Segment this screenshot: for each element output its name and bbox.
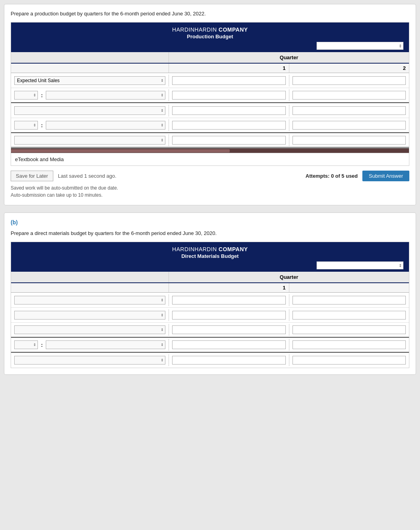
- expected-unit-sales-select[interactable]: Expected Unit Sales: [14, 76, 165, 85]
- dm-row2-select[interactable]: [14, 311, 165, 320]
- row4-colon: :: [41, 122, 43, 128]
- label-row5: [11, 134, 169, 146]
- dm-row5-input-1[interactable]: [172, 356, 286, 365]
- dm-num-row-spacer: [11, 283, 169, 292]
- dm-row4-wide-select[interactable]: [46, 340, 165, 349]
- quarter-num-1: 1: [169, 64, 289, 73]
- dm-row4-small-select-wrap[interactable]: [14, 340, 38, 349]
- dm-period-row: [13, 261, 407, 269]
- row2-input-1[interactable]: [172, 91, 286, 100]
- dm-row3-input-1[interactable]: [172, 325, 286, 334]
- row4-wide-select-wrap[interactable]: [46, 121, 165, 130]
- eus-input-2[interactable]: [292, 76, 406, 85]
- row4-val1: [169, 119, 289, 131]
- section-a-intro: Prepare a production budget by quarters …: [11, 11, 409, 17]
- dm-row1-select[interactable]: [14, 296, 165, 304]
- row5-input-1[interactable]: [172, 136, 286, 145]
- label-expected-unit-sales: Expected Unit Sales: [11, 75, 169, 86]
- dm-row5-input-2[interactable]: [292, 356, 406, 365]
- row5-val2: [289, 134, 409, 146]
- quarter-cols: Quarter: [169, 52, 409, 63]
- row4-val2: [289, 119, 409, 131]
- dm-row1-input-1[interactable]: [172, 296, 286, 304]
- expected-unit-sales-wrapper[interactable]: Expected Unit Sales: [14, 76, 165, 85]
- quarter-header-label-col: [11, 52, 169, 63]
- row4-wide-select[interactable]: [46, 121, 165, 130]
- dm-period-select[interactable]: [317, 261, 403, 269]
- dm-row2-input-1[interactable]: [172, 311, 286, 320]
- row2-small-select-wrap[interactable]: [14, 91, 38, 100]
- dm-row-2: [11, 308, 409, 323]
- row4-input-2[interactable]: [292, 121, 406, 130]
- row3-val1: [169, 105, 289, 117]
- section-a: Prepare a production budget by quarters …: [4, 4, 416, 205]
- dm-row5-val1: [169, 354, 289, 366]
- dm-row5-select[interactable]: [14, 356, 165, 365]
- dm-row1-input-2[interactable]: [292, 296, 406, 304]
- dm-row2-select-wrap[interactable]: [14, 311, 165, 320]
- row2-val2: [289, 89, 409, 101]
- save-later-button[interactable]: Save for Later: [11, 171, 53, 181]
- period-select-wrapper[interactable]: [317, 42, 403, 50]
- row5-select[interactable]: [14, 136, 165, 145]
- row3-input-1[interactable]: [172, 106, 286, 115]
- scroll-thumb: [11, 149, 230, 152]
- period-row: [13, 42, 407, 50]
- row3-select-wrap[interactable]: [14, 106, 165, 115]
- dm-quarter-header: Quarter: [169, 272, 409, 282]
- dm-row3-val2: [289, 324, 409, 336]
- row-2: :: [11, 88, 409, 103]
- dm-row3-select[interactable]: [14, 325, 165, 334]
- dm-period-select-wrapper[interactable]: [317, 261, 403, 269]
- row5-input-2[interactable]: [292, 136, 406, 145]
- dm-quarter-header-label-col: [11, 272, 169, 282]
- dm-row4-input-1[interactable]: [172, 340, 286, 349]
- row-4: :: [11, 118, 409, 133]
- row2-input-2[interactable]: [292, 91, 406, 100]
- dm-row4-input-2[interactable]: [292, 340, 406, 349]
- dm-row1-select-wrap[interactable]: [14, 296, 165, 304]
- dm-row4-small-select[interactable]: [14, 340, 38, 349]
- eus-input-1[interactable]: [172, 76, 286, 85]
- scroll-bar[interactable]: [11, 148, 409, 153]
- attempts-text: Attempts: 0 of 5 used: [306, 173, 358, 179]
- dm-row4-wide-select-wrap[interactable]: [46, 340, 165, 349]
- row2-wide-select-wrap[interactable]: [46, 91, 165, 100]
- dm-row5-select-wrap[interactable]: [14, 356, 165, 365]
- row2-small-select[interactable]: [14, 91, 38, 100]
- row3-select[interactable]: [14, 106, 165, 115]
- dm-row-5: [11, 353, 409, 368]
- dm-row2-val2: [289, 309, 409, 321]
- row5-select-wrap[interactable]: [14, 136, 165, 145]
- dm-row1-val1: [169, 294, 289, 306]
- dm-quarter-header-row: Quarter: [11, 272, 409, 283]
- dm-row-4: :: [11, 338, 409, 353]
- row4-small-select[interactable]: [14, 121, 38, 130]
- dm-row-3: [11, 323, 409, 338]
- budget-title: Production Budget: [13, 34, 407, 39]
- dm-row2-input-2[interactable]: [292, 311, 406, 320]
- row3-input-2[interactable]: [292, 106, 406, 115]
- dm-company-name: HARDINHARDIN COMPANY: [13, 246, 407, 252]
- dm-quarter-cols: Quarter: [169, 272, 409, 282]
- production-budget-table: HARDINHARDIN COMPANY Production Budget Q…: [11, 22, 409, 166]
- etextbook-row: eTextbook and Media: [11, 153, 409, 165]
- dm-row4-val1: [169, 339, 289, 351]
- eus-val2: [289, 75, 409, 86]
- row2-colon: :: [41, 92, 43, 98]
- row5-val1: [169, 134, 289, 146]
- row4-input-1[interactable]: [172, 121, 286, 130]
- quarter-num-row: 1 2: [11, 64, 409, 73]
- row2-wide-select[interactable]: [46, 91, 165, 100]
- dm-row3-input-2[interactable]: [292, 325, 406, 334]
- dm-budget-title: Direct Materials Budget: [13, 253, 407, 259]
- section-b-intro: Prepare a direct materials budget by qua…: [11, 230, 409, 236]
- row4-small-select-wrap[interactable]: [14, 121, 38, 130]
- company-name: HARDINHARDIN COMPANY: [13, 26, 407, 33]
- submit-answer-button[interactable]: Submit Answer: [362, 171, 409, 181]
- direct-materials-budget-table: HARDINHARDIN COMPANY Direct Materials Bu…: [11, 242, 409, 368]
- period-select[interactable]: [317, 42, 403, 50]
- dm-row3-select-wrap[interactable]: [14, 325, 165, 334]
- label-row2: :: [11, 89, 169, 101]
- eus-val1: [169, 75, 289, 86]
